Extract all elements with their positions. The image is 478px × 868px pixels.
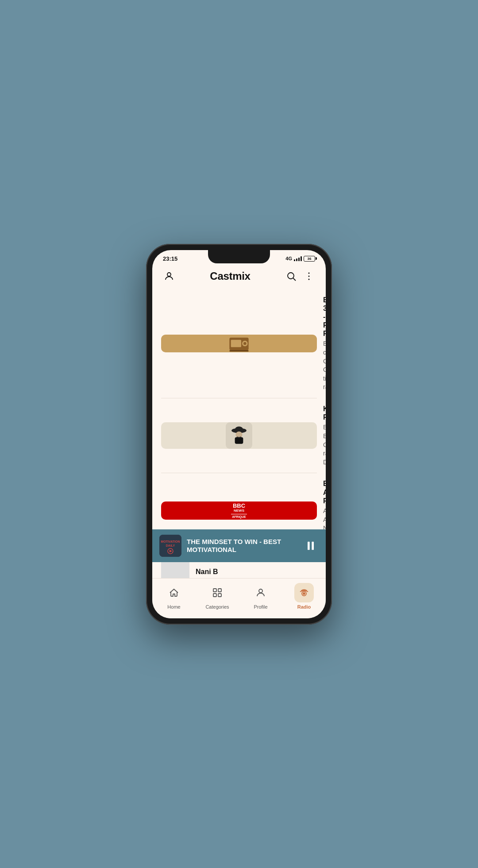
svg-point-0 <box>167 273 171 276</box>
svg-text:DAILY: DAILY <box>166 544 175 547</box>
svg-point-4 <box>308 275 310 277</box>
tab-label-profile: Profile <box>254 604 267 610</box>
tab-label-radio: Radio <box>297 604 311 610</box>
app-header: Castmix <box>152 265 326 289</box>
now-playing-bar[interactable]: MOTIVATION DAILY THE MINDSET TO WIN - Be… <box>152 529 326 562</box>
time-display: 23:15 <box>163 255 177 262</box>
svg-rect-40 <box>213 594 216 597</box>
station-logo-bbcafrique: BBC NEWS AFRIQUE <box>161 502 317 520</box>
notch <box>208 250 270 263</box>
svg-rect-17 <box>235 437 243 444</box>
svg-text:MOTIVATION: MOTIVATION <box>161 540 180 543</box>
tab-profile[interactable]: Profile <box>245 583 276 610</box>
tab-home[interactable]: Home <box>158 583 189 610</box>
categories-icon <box>212 587 223 598</box>
tab-label-home: Home <box>167 604 180 610</box>
svg-rect-11 <box>229 350 248 351</box>
battery-level: 36 <box>308 257 312 261</box>
partially-visible-item: Nani B <box>152 562 326 578</box>
network-type: 4G <box>285 256 292 261</box>
radio-list: BritCom 3 - Pumpkin FM British comedy,Co… <box>152 289 326 529</box>
tab-icon-home <box>164 583 184 602</box>
svg-point-1 <box>288 273 294 279</box>
phone-screen: 23:15 4G 36 <box>152 250 326 618</box>
profile-button[interactable] <box>161 268 177 284</box>
tab-categories[interactable]: Categories <box>202 583 233 610</box>
battery-indicator: 36 <box>304 256 315 262</box>
svg-rect-39 <box>218 589 221 592</box>
vintage-radio-svg <box>228 335 250 352</box>
svg-line-2 <box>293 278 296 281</box>
partial-logo <box>161 562 189 578</box>
signal-bar-3 <box>298 258 300 261</box>
station-logo-kanefm <box>161 422 317 449</box>
profile-icon <box>255 587 266 598</box>
tab-label-categories: Categories <box>205 604 229 610</box>
pause-icon <box>305 540 317 552</box>
now-playing-info: THE MINDSET TO WIN - Best Motivational <box>187 538 297 554</box>
tab-bar: Home Categories <box>152 578 326 618</box>
svg-point-5 <box>308 278 310 280</box>
radio-icon <box>299 587 309 598</box>
status-right: 4G 36 <box>285 256 315 262</box>
tab-icon-profile <box>251 583 270 602</box>
svg-point-42 <box>259 589 262 593</box>
pause-button[interactable] <box>303 538 319 554</box>
now-playing-art: MOTIVATION DAILY <box>159 535 181 557</box>
signal-bars <box>294 256 302 261</box>
tab-radio[interactable]: Radio <box>289 583 320 610</box>
app-title: Castmix <box>210 270 250 282</box>
signal-bar-1 <box>294 259 295 261</box>
svg-rect-10 <box>231 348 247 349</box>
svg-rect-7 <box>231 340 241 347</box>
header-actions <box>283 268 317 284</box>
svg-rect-36 <box>308 541 310 550</box>
svg-rect-38 <box>213 589 216 592</box>
person-icon <box>164 271 174 282</box>
station-logo-britcom3 <box>161 335 317 352</box>
station-item-bbcafrique[interactable]: BBC NEWS AFRIQUE BBC Afrique Radio Afric… <box>161 473 317 529</box>
signal-bar-4 <box>301 256 302 261</box>
partial-station-name: Nani B <box>196 568 218 576</box>
phone-frame: 23:15 4G 36 <box>146 244 332 625</box>
tab-icon-radio <box>294 583 314 602</box>
svg-point-9 <box>243 342 247 345</box>
home-icon <box>169 587 179 598</box>
search-button[interactable] <box>283 268 299 284</box>
kane-svg <box>226 422 252 449</box>
more-button[interactable] <box>301 268 317 284</box>
motivation-daily-art: MOTIVATION DAILY <box>159 535 181 557</box>
more-vertical-icon <box>304 271 314 282</box>
tab-icon-categories <box>208 583 227 602</box>
signal-bar-2 <box>296 258 297 261</box>
search-icon <box>286 271 297 282</box>
svg-rect-37 <box>312 541 314 550</box>
svg-rect-41 <box>218 594 221 597</box>
station-item-kanefm[interactable]: Kane FM Bass, Breaks,Community radio, D.… <box>161 398 317 473</box>
svg-point-3 <box>308 272 310 274</box>
station-item-britcom3[interactable]: BritCom 3 - Pumpkin FM British comedy,Co… <box>161 289 317 399</box>
svg-point-44 <box>303 593 305 594</box>
now-playing-title: THE MINDSET TO WIN - Best Motivational <box>187 538 297 554</box>
